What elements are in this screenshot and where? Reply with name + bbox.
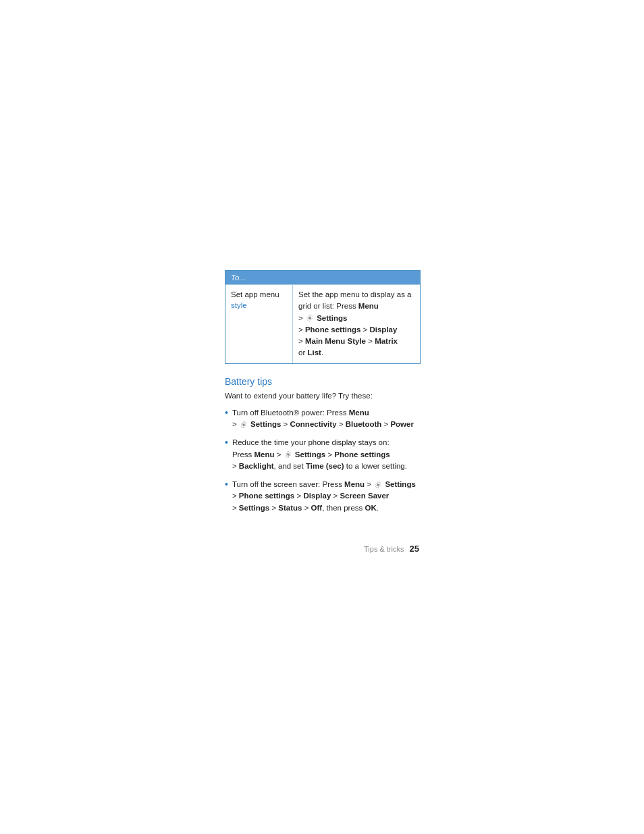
section-title: Battery tips (225, 376, 421, 387)
left-link: style (231, 301, 247, 309)
table-container: To... Set app menu style Set the app men… (225, 270, 421, 364)
bullet-item-3: • Turn off the screen saver: Press Menu … (225, 479, 421, 514)
gear-icon-3 (284, 450, 292, 459)
svg-point-2 (287, 454, 290, 457)
svg-point-3 (377, 484, 379, 486)
bullet-text-2: Reduce the time your phone display stays… (232, 437, 421, 472)
svg-point-0 (308, 317, 311, 319)
svg-point-1 (242, 423, 245, 426)
page-footer: Tips & tricks 25 (364, 544, 419, 554)
bullet-dot-1: • (225, 407, 228, 420)
page-number: 25 (410, 544, 419, 554)
footer-label: Tips & tricks (364, 545, 404, 553)
bullet-dot-2: • (225, 436, 228, 450)
gear-icon-4 (374, 481, 382, 489)
left-text: Set app menu (231, 290, 279, 298)
table-header: To... (225, 271, 420, 284)
page-content: To... Set app menu style Set the app men… (225, 270, 421, 521)
gear-icon-2 (240, 421, 248, 429)
bullet-text-3: Turn off the screen saver: Press Menu > … (232, 479, 421, 514)
table-col-right: Set the app menu to display as a grid or… (293, 285, 420, 363)
section-intro: Want to extend your battery life? Try th… (225, 390, 421, 402)
bullet-list: • Turn off Bluetooth® power: Press Menu … (225, 407, 421, 514)
bullet-dot-3: • (225, 478, 228, 492)
bullet-text-1: Turn off Bluetooth® power: Press Menu > … (232, 407, 421, 431)
battery-tips-section: Battery tips Want to extend your battery… (225, 376, 421, 514)
bullet-item-2: • Reduce the time your phone display sta… (225, 437, 421, 472)
bullet-item-1: • Turn off Bluetooth® power: Press Menu … (225, 407, 421, 431)
gear-icon-1 (306, 314, 314, 322)
table-header-text: To... (231, 273, 246, 282)
table-col-left: Set app menu style (225, 285, 293, 363)
table-row: Set app menu style Set the app menu to d… (225, 284, 420, 363)
